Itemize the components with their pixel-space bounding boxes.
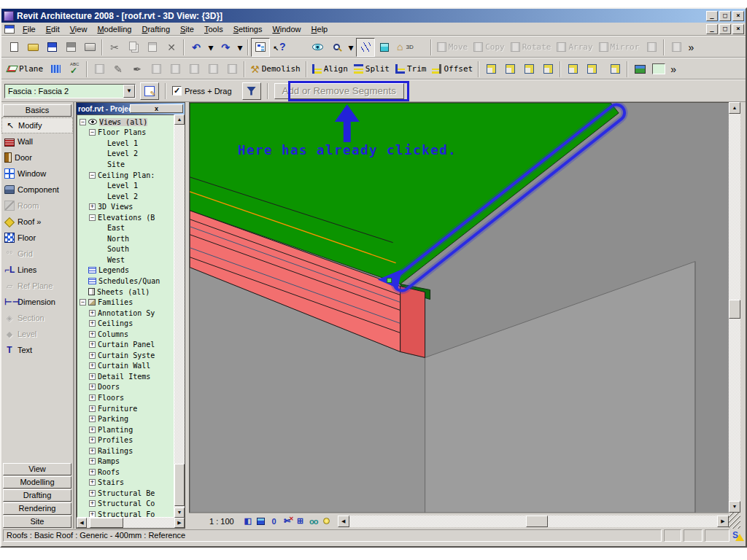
ungroup-button[interactable]: [500, 60, 519, 79]
tree-item-level-1[interactable]: Level 1: [80, 180, 174, 191]
tree-item-stairs[interactable]: +Stairs: [80, 478, 174, 489]
expand-plus-icon[interactable]: +: [89, 448, 96, 454]
paint-button[interactable]: [185, 60, 204, 79]
resize-button[interactable]: [642, 38, 661, 57]
work-plane-button[interactable]: Plane: [4, 60, 46, 79]
scroll-up-icon[interactable]: ▲: [729, 102, 740, 114]
view-scale-control[interactable]: 1 : 100: [189, 517, 241, 526]
canvas-vertical-scrollbar[interactable]: ▲ ▼: [729, 102, 740, 513]
decal-button[interactable]: [204, 60, 222, 79]
tree-item-curtain-wall[interactable]: +Curtain Wall: [80, 361, 174, 372]
menu-tools[interactable]: Tools: [199, 23, 228, 35]
tree-item-site[interactable]: Site: [80, 159, 174, 170]
press-drag-checkbox[interactable]: ✓: [172, 86, 182, 96]
expand-plus-icon[interactable]: +: [89, 479, 96, 486]
designbar-item-roof[interactable]: Roof »: [1, 214, 73, 230]
tree-item-west[interactable]: West: [80, 254, 174, 265]
new-document-button[interactable]: [4, 38, 23, 57]
tree-item-sheets-all[interactable]: Sheets (all): [80, 287, 174, 298]
split-button[interactable]: Split: [351, 60, 392, 79]
expand-plus-icon[interactable]: +: [89, 469, 96, 475]
tree-item-curtain-syste[interactable]: +Curtain Syste: [80, 350, 174, 361]
tree-horizontal-scrollbar[interactable]: ◀ ▶: [77, 518, 185, 528]
tree-item-curtain-panel[interactable]: +Curtain Panel: [80, 339, 174, 350]
collapse-minus-icon[interactable]: −: [89, 172, 96, 179]
shadows-button[interactable]: 0: [268, 516, 281, 527]
close-button[interactable]: ×: [732, 11, 744, 21]
tree-item-elevations-b[interactable]: −Elevations (B: [80, 212, 174, 223]
collapse-minus-icon[interactable]: −: [80, 299, 86, 306]
expand-plus-icon[interactable]: +: [89, 331, 96, 338]
tree-item-ceilings[interactable]: +Ceilings: [80, 318, 174, 329]
expand-plus-icon[interactable]: +: [89, 352, 96, 359]
designbar-item-door[interactable]: Door: [1, 149, 73, 166]
array-button[interactable]: Array: [554, 38, 595, 57]
group-edit-button[interactable]: [667, 38, 686, 57]
designbar-tab-modelling[interactable]: Modelling: [3, 476, 71, 489]
scroll-down-icon[interactable]: ▼: [174, 508, 185, 518]
scroll-left-icon[interactable]: ◀: [77, 518, 87, 528]
expand-plus-icon[interactable]: +: [89, 362, 96, 369]
model-graphics-style-button[interactable]: [255, 516, 268, 527]
project-browser-close-icon[interactable]: x: [130, 104, 183, 113]
filter-button[interactable]: [242, 82, 261, 100]
tree-item-floor-plans[interactable]: −Floor Plans: [80, 128, 174, 139]
designbar-item-wall[interactable]: Wall: [1, 133, 73, 149]
save-to-central-button[interactable]: [61, 38, 80, 57]
expand-plus-icon[interactable]: +: [89, 490, 96, 497]
trim-button[interactable]: Trim: [392, 60, 430, 79]
crop-region-button[interactable]: ✄: [281, 516, 294, 527]
tree-item-detail-items[interactable]: +Detail Items: [80, 371, 174, 382]
dynamically-modify-view-button[interactable]: [308, 38, 327, 57]
show-crop-region-button[interactable]: ⊞: [294, 516, 307, 527]
undo-button[interactable]: ↶: [187, 38, 206, 57]
expand-plus-icon[interactable]: +: [89, 320, 96, 327]
scroll-left-icon[interactable]: ◀: [338, 516, 349, 527]
toolbar-overflow-button[interactable]: »: [668, 60, 678, 79]
menu-view[interactable]: View: [65, 23, 93, 35]
designbar-item-grid[interactable]: °°Grid: [1, 246, 73, 262]
add-to-group-button[interactable]: [519, 60, 538, 79]
tree-item-east[interactable]: East: [80, 222, 174, 233]
tree-item-level-2[interactable]: Level 2: [80, 191, 174, 202]
tree-item-profiles[interactable]: +Profiles: [80, 435, 174, 446]
collapse-minus-icon[interactable]: −: [89, 214, 96, 221]
designbar-item-modify[interactable]: ↖Modify: [1, 117, 73, 133]
rendering-button[interactable]: [630, 60, 649, 79]
canvas-horizontal-scrollbar[interactable]: ◀ ▶: [338, 516, 729, 527]
delete-button[interactable]: ✕: [162, 38, 181, 57]
tree-item-doors[interactable]: +Doors: [80, 382, 174, 393]
copy-tool-button[interactable]: Copy: [471, 38, 508, 57]
paste-button[interactable]: [143, 38, 162, 57]
add-remove-segments-button[interactable]: Add or Remove Segments: [274, 83, 404, 99]
design-bar-header[interactable]: Basics: [3, 104, 71, 117]
tree-vertical-scrollbar[interactable]: ▲ ▼: [174, 114, 185, 518]
vertical-opening-button[interactable]: [166, 60, 185, 79]
shaded-view-button[interactable]: [375, 38, 394, 57]
copy-clipboard-button[interactable]: [124, 38, 143, 57]
designbar-tab-rendering[interactable]: Rendering: [3, 502, 71, 515]
offset-button[interactable]: Offset: [429, 60, 476, 79]
scroll-right-icon[interactable]: ▶: [174, 518, 185, 528]
fascia-return-face[interactable]: [400, 287, 425, 358]
create-similar-button[interactable]: [605, 60, 624, 79]
designbar-tab-drafting[interactable]: Drafting: [3, 489, 71, 502]
menu-file[interactable]: File: [18, 23, 41, 35]
tree-item-parking[interactable]: +Parking: [80, 413, 174, 424]
expand-plus-icon[interactable]: +: [89, 511, 96, 518]
masking-region-button[interactable]: [222, 60, 241, 79]
menu-site[interactable]: Site: [175, 23, 199, 35]
section-box-button[interactable]: [90, 60, 109, 79]
tree-item-railings[interactable]: +Railings: [80, 446, 174, 456]
expand-plus-icon[interactable]: +: [89, 341, 96, 348]
tree-item-annotation-sy[interactable]: +Annotation Sy: [80, 308, 174, 319]
rotate-button[interactable]: Rotate: [508, 38, 554, 57]
designbar-item-level[interactable]: ◆Level: [1, 326, 73, 342]
menu-window[interactable]: Window: [267, 23, 306, 35]
scroll-down-icon[interactable]: ▼: [729, 501, 740, 513]
spelling-button[interactable]: ✓: [65, 60, 84, 79]
menu-modelling[interactable]: Modelling: [92, 23, 136, 35]
expand-plus-icon[interactable]: +: [89, 203, 96, 210]
doc-close-button[interactable]: ×: [732, 24, 744, 34]
temporary-hide-isolate-button[interactable]: oo: [307, 516, 320, 527]
